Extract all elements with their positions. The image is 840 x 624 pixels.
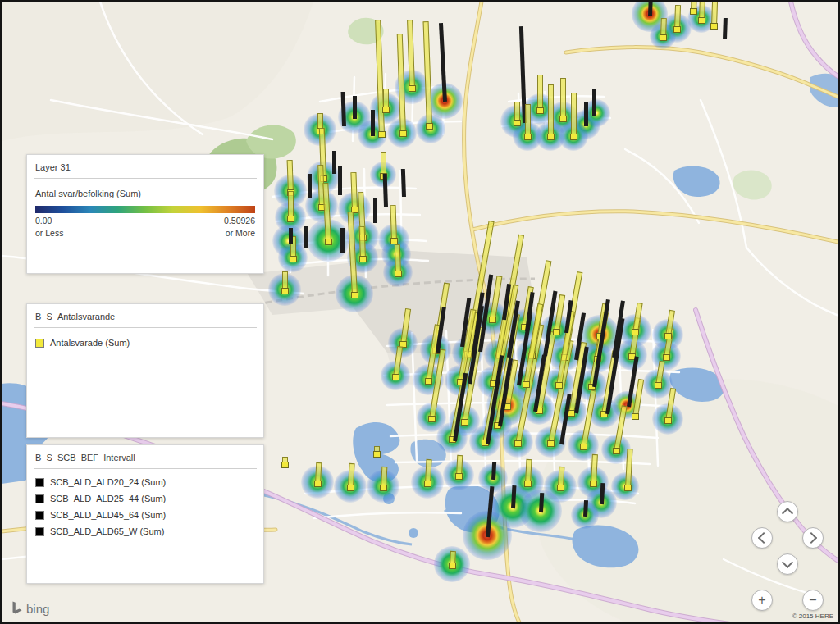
pan-up-button[interactable] (777, 501, 798, 522)
legend-item: SCB_ALD_ALD20_24 (Sum) (27, 474, 263, 490)
legend-item: SCB_ALD_ALD45_64 (Sum) (27, 507, 263, 523)
gradient-series-label: Antal svar/befolking (Sum) (27, 179, 263, 198)
legend-item: SCB_ALD_ALD65_W (Sum) (27, 523, 263, 540)
panel-divider (34, 327, 257, 328)
legend-panel-layer31[interactable]: Layer 31 Antal svar/befolking (Sum) 0.00… (26, 154, 264, 274)
legend-panel-antalsvarande[interactable]: B_S_Antalsvarande Antalsvarade (Sum) (26, 303, 264, 438)
zoom-out-button[interactable]: − (802, 590, 824, 611)
map-app-window: Layer 31 Antal svar/befolking (Sum) 0.00… (0, 0, 840, 624)
series-label: SCB_ALD_ALD20_24 (Sum) (50, 477, 166, 487)
panel-title-layer31: Layer 31 (27, 155, 263, 178)
pan-down-button[interactable] (777, 553, 798, 575)
map-copyright: © 2015 HERE (792, 613, 833, 620)
panel-divider (34, 468, 257, 469)
gradient-max-qualifier: or More (226, 228, 255, 238)
series-swatch (35, 527, 44, 536)
series-swatch (35, 494, 44, 503)
bing-logo[interactable]: bing (11, 601, 49, 616)
gradient-min-qualifier: or Less (35, 228, 63, 238)
bef-intervall-items: SCB_ALD_ALD20_24 (Sum)SCB_ALD_ALD25_44 (… (27, 474, 263, 540)
legend-item: SCB_ALD_ALD25_44 (Sum) (27, 490, 263, 507)
chevron-down-icon (782, 557, 793, 568)
bing-flag-icon (11, 601, 23, 616)
series-swatch (35, 511, 44, 520)
antalsvarade-label: Antalsvarade (Sum) (50, 338, 130, 348)
pan-right-button[interactable] (802, 527, 824, 549)
chevron-right-icon (806, 532, 817, 544)
series-label: SCB_ALD_ALD65_W (Sum) (50, 526, 164, 536)
series-label: SCB_ALD_ALD25_44 (Sum) (50, 494, 166, 503)
gradient-max-value: 0.50926 (224, 216, 255, 225)
series-label: SCB_ALD_ALD45_64 (Sum) (50, 510, 166, 520)
pan-left-button[interactable] (751, 527, 773, 549)
panel-title-antalsvarande: B_S_Antalsvarande (27, 304, 263, 327)
panel-title-bef-intervall: B_S_SCB_BEF_Intervall (27, 445, 263, 468)
chevron-up-icon (782, 508, 793, 519)
gradient-min-value: 0.00 (35, 216, 52, 225)
chevron-left-icon (758, 532, 769, 544)
legend-panel-bef-intervall[interactable]: B_S_SCB_BEF_Intervall SCB_ALD_ALD20_24 (… (26, 444, 264, 584)
legend-gradient-bar (35, 206, 255, 213)
bing-wordmark: bing (26, 602, 49, 616)
legend-item-antalsvarade: Antalsvarade (Sum) (27, 335, 263, 351)
series-swatch (35, 478, 44, 487)
zoom-in-button[interactable]: + (751, 590, 773, 611)
antalsvarade-swatch (35, 339, 44, 348)
